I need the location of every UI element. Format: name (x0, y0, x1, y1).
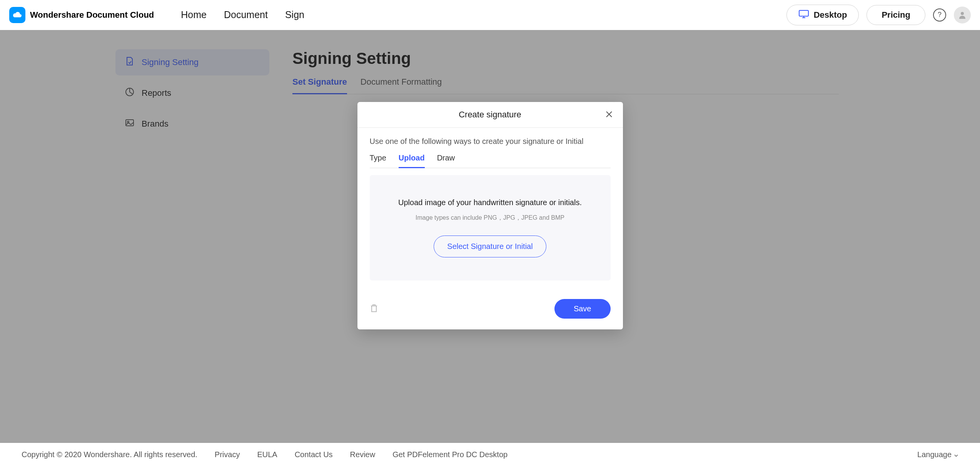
desktop-button[interactable]: Desktop (786, 5, 859, 25)
chevron-down-icon (954, 450, 958, 459)
cloud-logo-icon (9, 7, 25, 23)
modal-tab-upload[interactable]: Upload (399, 154, 425, 168)
close-icon (606, 109, 613, 120)
upload-title: Upload image of your handwritten signatu… (381, 198, 599, 207)
modal-footer: Save (357, 290, 623, 329)
svg-rect-0 (799, 10, 808, 16)
save-button[interactable]: Save (554, 299, 611, 319)
modal-header: Create signature (357, 102, 623, 128)
delete-button[interactable] (370, 304, 378, 314)
modal-tab-draw[interactable]: Draw (437, 154, 455, 168)
modal-title: Create signature (459, 110, 521, 120)
nav-document[interactable]: Document (224, 9, 268, 20)
nav-sign[interactable]: Sign (285, 9, 304, 20)
footer-link-privacy[interactable]: Privacy (215, 450, 240, 459)
monitor-icon (798, 10, 809, 20)
select-signature-button[interactable]: Select Signature or Initial (434, 236, 546, 257)
footer-link-pdfelement[interactable]: Get PDFelement Pro DC Desktop (392, 450, 508, 459)
modal-subtitle: Use one of the following ways to create … (370, 137, 611, 146)
pricing-button[interactable]: Pricing (866, 5, 925, 25)
nav-home[interactable]: Home (181, 9, 207, 20)
logo-text: Wondershare Document Cloud (30, 10, 154, 20)
logo[interactable]: Wondershare Document Cloud (9, 7, 154, 23)
header-actions: Desktop Pricing ? (786, 5, 971, 25)
language-selector[interactable]: Language (917, 450, 958, 459)
header: Wondershare Document Cloud Home Document… (0, 0, 980, 30)
desktop-label: Desktop (814, 10, 847, 20)
svg-point-3 (961, 12, 964, 15)
footer-link-contact[interactable]: Contact Us (295, 450, 333, 459)
modal-body: Use one of the following ways to create … (357, 128, 623, 290)
close-button[interactable] (604, 110, 614, 119)
trash-icon (370, 307, 378, 314)
modal-tabs: Type Upload Draw (370, 154, 611, 168)
footer-link-review[interactable]: Review (350, 450, 376, 459)
language-label: Language (917, 450, 952, 459)
top-nav: Home Document Sign (181, 9, 304, 20)
footer-left: Copyright © 2020 Wondershare. All rights… (22, 450, 508, 459)
copyright: Copyright © 2020 Wondershare. All rights… (22, 450, 197, 459)
create-signature-modal: Create signature Use one of the followin… (357, 102, 623, 329)
help-icon[interactable]: ? (933, 8, 946, 22)
upload-dropzone[interactable]: Upload image of your handwritten signatu… (370, 175, 611, 281)
upload-hint: Image types can include PNG，JPG，JPEG and… (381, 214, 599, 222)
modal-tab-type[interactable]: Type (370, 154, 386, 168)
footer-link-eula[interactable]: EULA (257, 450, 277, 459)
avatar[interactable] (954, 7, 971, 23)
footer: Copyright © 2020 Wondershare. All rights… (0, 443, 980, 466)
